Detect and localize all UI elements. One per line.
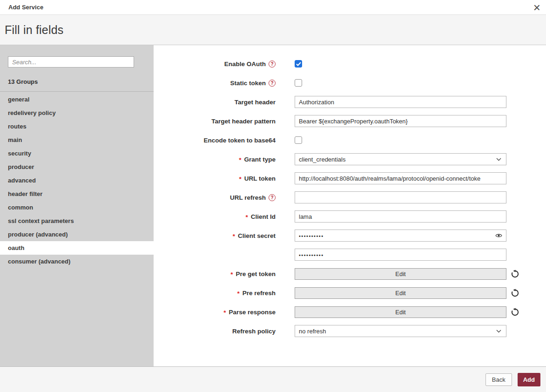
checkbox-unchecked[interactable] (295, 136, 302, 144)
sidebar-item-oauth[interactable]: oauth (0, 241, 154, 255)
text-input[interactable] (295, 210, 506, 223)
search-input[interactable] (8, 56, 134, 68)
reset-icon[interactable] (511, 289, 519, 297)
form-row (154, 249, 546, 261)
field-control (295, 96, 506, 108)
modal-body: 13 Groups generalredelivery policyroutes… (0, 45, 546, 366)
field-label-text: URL refresh (230, 194, 266, 201)
password-input[interactable] (295, 230, 506, 242)
sidebar-item-producer[interactable]: producer (0, 160, 154, 174)
help-icon[interactable]: ? (269, 194, 276, 201)
text-input[interactable] (295, 115, 506, 127)
sidebar-item-routes[interactable]: routes (0, 120, 154, 133)
groups-sidebar: 13 Groups generalredelivery policyroutes… (0, 45, 154, 366)
window-title: Add Service (8, 4, 43, 11)
text-input[interactable] (295, 96, 506, 108)
field-label: *Client secret (154, 232, 295, 239)
input-wrapper (295, 96, 506, 108)
field-control (295, 191, 506, 203)
reset-icon[interactable] (511, 270, 519, 278)
required-asterisk: * (239, 156, 241, 163)
close-icon[interactable]: × (533, 0, 540, 15)
form-fields: Enable OAuth?Static token?Target headerT… (154, 45, 546, 337)
edit-button[interactable]: Edit (295, 306, 506, 318)
eye-icon[interactable] (495, 233, 502, 238)
back-button[interactable]: Back (485, 373, 512, 386)
required-asterisk: * (223, 309, 226, 316)
sidebar-item-ssl-context-parameters[interactable]: ssl context parameters (0, 214, 154, 228)
field-control (295, 230, 506, 242)
sidebar-item-main[interactable]: main (0, 133, 154, 147)
text-input[interactable] (295, 172, 506, 184)
field-label-text: Client Id (251, 213, 276, 220)
required-asterisk: * (230, 271, 233, 278)
required-asterisk: * (245, 214, 248, 221)
field-label-text: Enable OAuth (224, 61, 266, 68)
field-control (295, 249, 506, 261)
field-control (295, 60, 506, 68)
field-label: Enable OAuth? (154, 61, 295, 68)
input-wrapper (295, 191, 506, 203)
help-icon[interactable]: ? (269, 80, 276, 87)
checkbox-checked[interactable] (295, 60, 302, 68)
field-label-text: Encode token to base64 (203, 137, 276, 144)
field-control (295, 79, 506, 87)
form-row: Refresh policyno refresh (154, 325, 546, 337)
field-label: *Pre refresh (154, 290, 295, 297)
field-label-text: URL token (244, 175, 276, 182)
form-row: URL refresh? (154, 191, 546, 203)
sidebar-item-advanced[interactable]: advanced (0, 174, 154, 187)
field-label: *URL token (154, 175, 295, 182)
add-service-modal: Add Service × Fill in fields 13 Groups g… (0, 0, 546, 392)
add-button[interactable]: Add (518, 373, 540, 386)
checkbox-unchecked[interactable] (295, 79, 302, 87)
form-content: Enable OAuth?Static token?Target headerT… (154, 45, 546, 366)
form-row: Target header (154, 96, 546, 108)
sidebar-item-redelivery-policy[interactable]: redelivery policy (0, 106, 154, 120)
field-control: no refresh (295, 325, 506, 337)
select-value: no refresh (299, 328, 326, 335)
help-icon[interactable]: ? (269, 61, 276, 68)
field-label: Static token? (154, 80, 295, 87)
input-wrapper (295, 172, 506, 184)
field-label-text: Grant type (244, 156, 276, 163)
field-control (295, 172, 506, 184)
field-label: URL refresh? (154, 194, 295, 201)
password-input[interactable] (295, 249, 506, 261)
field-label: *Client Id (154, 213, 295, 220)
sidebar-item-common[interactable]: common (0, 201, 154, 214)
field-label-text: Pre refresh (243, 290, 276, 297)
field-label-text: Target header (235, 99, 276, 106)
chevron-down-icon (496, 330, 501, 333)
reset-icon[interactable] (511, 308, 519, 317)
sidebar-item-security[interactable]: security (0, 147, 154, 160)
field-label: Target header (154, 99, 295, 106)
form-row: Static token? (154, 77, 546, 89)
field-label: Target header pattern (154, 118, 295, 125)
form-row: *Pre refreshEdit (154, 287, 546, 299)
form-row: *Client secret (154, 230, 546, 242)
edit-button[interactable]: Edit (295, 268, 506, 280)
field-label-text: Client secret (238, 232, 276, 239)
sidebar-item-header-filter[interactable]: header filter (0, 187, 154, 201)
field-control: Edit (295, 306, 506, 318)
field-label: Refresh policy (154, 328, 295, 335)
sidebar-item-consumer-advanced[interactable]: consumer (advanced) (0, 255, 154, 268)
required-asterisk: * (239, 176, 241, 182)
text-input[interactable] (295, 191, 506, 203)
select-dropdown[interactable]: client_credentials (295, 153, 506, 165)
search-container (0, 45, 154, 68)
required-asterisk: * (237, 290, 239, 297)
sidebar-item-producer-advanced[interactable]: producer (advanced) (0, 228, 154, 241)
input-wrapper (295, 230, 506, 242)
form-row: *Client Id (154, 210, 546, 223)
field-control: Edit (295, 268, 506, 280)
form-row: *Parse responseEdit (154, 306, 546, 318)
form-row: Encode token to base64 (154, 134, 546, 146)
select-dropdown[interactable]: no refresh (295, 325, 506, 337)
select-value: client_credentials (299, 156, 345, 163)
sidebar-group-list: generalredelivery policyroutesmainsecuri… (0, 92, 154, 268)
field-label-text: Static token (230, 80, 266, 87)
edit-button[interactable]: Edit (295, 287, 506, 299)
sidebar-item-general[interactable]: general (0, 93, 154, 106)
